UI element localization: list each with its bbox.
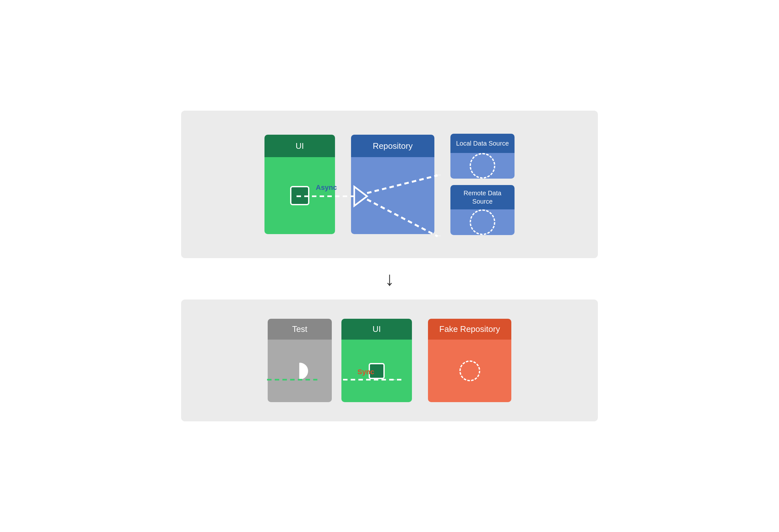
svg-text:←: ← <box>433 170 442 180</box>
remote-datasource-block: Remote Data Source <box>451 185 515 235</box>
ui-block-bottom-body <box>342 340 412 402</box>
local-datasource-body <box>451 153 515 179</box>
bottom-diagram: ← Sync Test UI <box>181 299 598 421</box>
remote-datasource-label: Remote Data Source <box>456 189 510 205</box>
remote-datasource-header: Remote Data Source <box>451 185 515 210</box>
ui-block-bottom: UI <box>342 319 412 402</box>
remote-datasource-circle <box>470 210 495 235</box>
bottom-inner: ← Sync Test UI <box>197 319 582 402</box>
test-block-header: Test <box>268 319 332 340</box>
test-block-body <box>268 340 332 402</box>
repo-block-header: Repository <box>351 135 434 157</box>
local-datasource-circle <box>470 153 495 179</box>
ui-square-icon <box>290 186 309 205</box>
test-block: Test <box>268 319 332 402</box>
ui-block: UI <box>264 135 335 234</box>
test-label: Test <box>292 324 307 334</box>
ui-block-header: UI <box>264 135 335 157</box>
repo-block: Repository <box>351 135 434 234</box>
repo-block-body <box>351 157 434 234</box>
main-container: ← ← Async UI Repository <box>181 111 598 421</box>
top-inner: ← ← Async UI Repository <box>197 134 582 235</box>
fake-repo-label: Fake Repository <box>439 324 500 334</box>
top-diagram: ← ← Async UI Repository <box>181 111 598 258</box>
test-half-circle-icon <box>290 361 309 380</box>
ui-label: UI <box>296 141 304 151</box>
fake-repo-block: Fake Repository <box>428 319 511 402</box>
datasource-column: Local Data Source Remote Data Source <box>451 134 515 235</box>
down-arrow-symbol: ↓ <box>385 268 394 290</box>
local-datasource-block: Local Data Source <box>451 134 515 179</box>
local-datasource-header: Local Data Source <box>451 134 515 153</box>
ui-bottom-label: UI <box>372 324 381 334</box>
local-datasource-label: Local Data Source <box>456 139 509 147</box>
ui-block-bottom-header: UI <box>342 319 412 340</box>
ui-bottom-square-icon <box>369 363 385 379</box>
ui-block-body <box>264 157 335 234</box>
fake-repo-body <box>428 340 511 402</box>
down-arrow: ↓ <box>385 258 394 299</box>
remote-datasource-body <box>451 210 515 235</box>
fake-repo-circle <box>459 360 480 381</box>
repo-label: Repository <box>373 141 413 151</box>
svg-text:←: ← <box>433 231 442 240</box>
fake-repo-header: Fake Repository <box>428 319 511 340</box>
